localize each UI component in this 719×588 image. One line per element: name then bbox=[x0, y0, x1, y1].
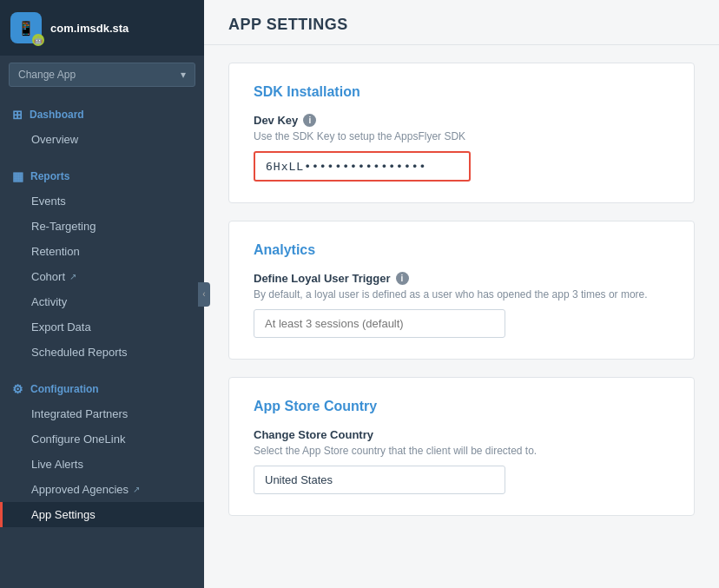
page-title: APP SETTINGS bbox=[228, 16, 695, 34]
sidebar-item-scheduled-reports[interactable]: Scheduled Reports bbox=[0, 340, 204, 365]
grid-icon: ⊞ bbox=[12, 108, 23, 122]
dashboard-section: ⊞ Dashboard Overview bbox=[0, 94, 204, 155]
app-settings-label: App Settings bbox=[31, 508, 96, 521]
configure-onelink-label: Configure OneLink bbox=[31, 433, 125, 446]
sidebar-item-configuration[interactable]: ⚙ Configuration bbox=[0, 377, 204, 401]
change-store-description: Select the App Store country that the cl… bbox=[254, 445, 670, 457]
dev-key-label: Dev Key i bbox=[254, 114, 670, 127]
chevron-down-icon: ▾ bbox=[181, 69, 186, 81]
scheduled-reports-label: Scheduled Reports bbox=[31, 346, 128, 359]
content-area: SDK Installation Dev Key i Use the SDK K… bbox=[204, 45, 719, 551]
cohort-label: Cohort bbox=[31, 270, 65, 283]
sidebar-header: 📱 🤖 com.imsdk.sta bbox=[0, 0, 204, 56]
sidebar-item-retention[interactable]: Retention bbox=[0, 239, 204, 264]
integrated-partners-label: Integrated Partners bbox=[31, 407, 128, 420]
export-data-label: Export Data bbox=[31, 320, 91, 334]
sidebar-item-events[interactable]: Events bbox=[0, 188, 204, 214]
sidebar-item-overview[interactable]: Overview bbox=[0, 127, 204, 152]
page-header: APP SETTINGS bbox=[204, 0, 719, 45]
sidebar-toggle[interactable]: ‹ bbox=[198, 282, 210, 307]
loyal-user-info-icon[interactable]: i bbox=[396, 272, 409, 285]
sidebar-item-app-settings[interactable]: App Settings bbox=[0, 502, 204, 527]
loyal-user-label: Define Loyal User Trigger i bbox=[254, 272, 670, 285]
loyal-user-input[interactable] bbox=[254, 309, 505, 338]
analytics-card: Analytics Define Loyal User Trigger i By… bbox=[228, 221, 695, 360]
main-content: APP SETTINGS SDK Installation Dev Key i … bbox=[204, 0, 719, 588]
app-title: com.imsdk.sta bbox=[50, 22, 129, 35]
sidebar-item-retargeting[interactable]: Re-Targeting bbox=[0, 214, 204, 239]
gear-icon: ⚙ bbox=[12, 382, 23, 396]
overview-label: Overview bbox=[31, 133, 78, 146]
activity-label: Activity bbox=[31, 295, 67, 308]
app-store-country-card: App Store Country Change Store Country S… bbox=[228, 377, 695, 516]
sidebar-item-live-alerts[interactable]: Live Alerts bbox=[0, 452, 204, 477]
change-app-label: Change App bbox=[18, 69, 76, 81]
sidebar-item-cohort[interactable]: Cohort ↗ bbox=[0, 264, 204, 289]
reports-section: ▦ Reports Events Re-Targeting Retention … bbox=[0, 155, 204, 368]
change-app-dropdown[interactable]: Change App ▾ bbox=[9, 63, 195, 87]
dev-key-info-icon[interactable]: i bbox=[303, 114, 316, 127]
live-alerts-label: Live Alerts bbox=[31, 458, 83, 471]
sidebar-item-approved-agencies[interactable]: Approved Agencies ↗ bbox=[0, 477, 204, 502]
sidebar-item-activity[interactable]: Activity bbox=[0, 289, 204, 314]
chevron-left-icon: ‹ bbox=[202, 289, 205, 299]
loyal-user-description: By default, a loyal user is defined as a… bbox=[254, 288, 670, 301]
events-label: Events bbox=[31, 195, 66, 208]
sidebar-item-dashboard[interactable]: ⊞ Dashboard bbox=[0, 102, 204, 127]
sidebar: 📱 🤖 com.imsdk.sta Change App ▾ ⊞ Dashboa… bbox=[0, 0, 204, 588]
approved-agencies-label: Approved Agencies bbox=[31, 483, 129, 496]
app-store-section-title: App Store Country bbox=[254, 399, 670, 414]
external-link-icon-agencies: ↗ bbox=[133, 485, 140, 494]
external-link-icon: ↗ bbox=[69, 272, 76, 281]
retargeting-label: Re-Targeting bbox=[31, 220, 96, 233]
sdk-section-title: SDK Installation bbox=[254, 84, 670, 100]
analytics-section-title: Analytics bbox=[254, 242, 670, 258]
sdk-installation-card: SDK Installation Dev Key i Use the SDK K… bbox=[228, 63, 695, 203]
sidebar-item-integrated-partners[interactable]: Integrated Partners bbox=[0, 401, 204, 426]
retention-label: Retention bbox=[31, 245, 80, 258]
dashboard-label: Dashboard bbox=[30, 109, 84, 121]
sidebar-item-configure-onelink[interactable]: Configure OneLink bbox=[0, 426, 204, 452]
app-icon: 📱 🤖 bbox=[10, 12, 42, 43]
configuration-label: Configuration bbox=[30, 383, 99, 395]
configuration-section: ⚙ Configuration Integrated Partners Conf… bbox=[0, 368, 204, 531]
dev-key-input[interactable] bbox=[254, 151, 471, 182]
sidebar-item-reports[interactable]: ▦ Reports bbox=[0, 164, 204, 188]
country-input[interactable] bbox=[254, 466, 505, 494]
change-store-label: Change Store Country bbox=[254, 428, 670, 441]
android-badge: 🤖 bbox=[32, 34, 44, 46]
bar-chart-icon: ▦ bbox=[12, 169, 23, 183]
dev-key-description: Use the SDK Key to setup the AppsFlyer S… bbox=[254, 130, 670, 142]
reports-label: Reports bbox=[30, 170, 69, 182]
sidebar-item-export-data[interactable]: Export Data bbox=[0, 314, 204, 340]
